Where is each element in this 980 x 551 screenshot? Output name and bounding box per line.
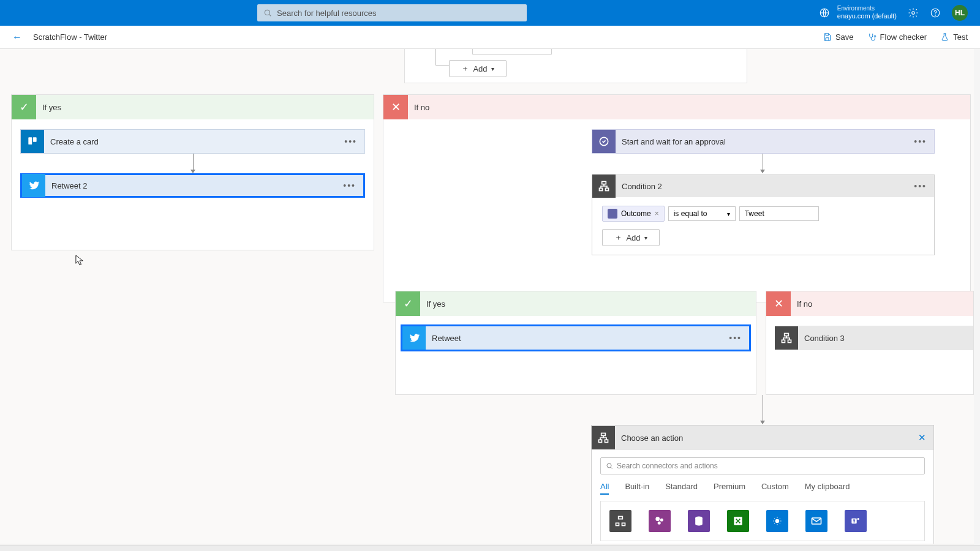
connector-search-placeholder: Search connectors and actions <box>617 462 718 470</box>
more-icon[interactable]: ••• <box>914 137 927 146</box>
operator-label: is equal to <box>674 209 707 218</box>
branch-header-yes[interactable]: ✓ If yes <box>396 291 756 316</box>
value-text: Tweet <box>745 209 764 218</box>
add-condition-button[interactable]: ＋ Add ▾ <box>449 60 507 77</box>
svg-rect-20 <box>616 523 619 525</box>
svg-rect-15 <box>601 433 606 436</box>
tab-standard[interactable]: Standard <box>665 482 698 495</box>
avatar[interactable]: HL <box>952 5 968 21</box>
svg-point-18 <box>607 463 611 468</box>
environment-name: enayu.com (default) <box>837 12 897 20</box>
svg-rect-12 <box>785 334 789 336</box>
condition-2-card[interactable]: Condition 2 ••• Outcome × is equal to ▾ … <box>592 174 935 255</box>
close-chooser-icon[interactable]: ✕ <box>918 432 926 443</box>
back-arrow-icon[interactable]: ← <box>12 32 22 43</box>
chevron-down-icon: ▾ <box>644 234 647 241</box>
svg-rect-19 <box>619 517 623 519</box>
flow-checker-button[interactable]: Flow checker <box>867 32 927 42</box>
branch-yes-label: If yes <box>426 299 445 309</box>
tab-all[interactable]: All <box>600 482 609 495</box>
twitter-icon <box>402 326 426 350</box>
svg-rect-16 <box>599 440 602 442</box>
svg-rect-11 <box>606 188 609 190</box>
branch-if-no-inner: ✕ If no Condition 3 <box>766 291 974 395</box>
svg-rect-7 <box>33 137 37 142</box>
help-icon[interactable] <box>930 7 941 18</box>
gear-icon[interactable] <box>908 7 919 18</box>
choose-action-panel: Choose an action ✕ Search connectors and… <box>591 425 934 544</box>
add-condition-row-button[interactable]: ＋ Add ▾ <box>602 229 660 246</box>
flow-checker-label: Flow checker <box>880 32 927 42</box>
condition-card-partial: ＋ Add ▾ <box>404 49 747 83</box>
add-label: Add <box>626 233 640 242</box>
branch-header-yes[interactable]: ✓ If yes <box>12 95 374 119</box>
connector-mail-icon[interactable] <box>805 510 827 532</box>
action-retweet-2[interactable]: Retweet 2 ••• <box>20 173 365 198</box>
value-input[interactable]: Tweet <box>739 206 819 221</box>
save-label: Save <box>835 32 854 42</box>
more-icon[interactable]: ••• <box>729 333 742 343</box>
condition-icon <box>775 326 798 350</box>
tab-built-in[interactable]: Built-in <box>625 482 649 495</box>
token-label: Outcome <box>621 209 651 218</box>
condition-icon <box>592 174 616 198</box>
save-button[interactable]: Save <box>823 32 854 42</box>
action-label: Create a card <box>50 137 99 146</box>
condition-token[interactable]: Outcome × <box>602 206 665 222</box>
connector-grid <box>600 501 925 541</box>
connector-teams-icon[interactable] <box>845 510 867 532</box>
stethoscope-icon <box>867 32 876 42</box>
svg-point-2 <box>912 12 915 15</box>
close-icon: ✕ <box>383 95 408 119</box>
tab-premium[interactable]: Premium <box>714 482 745 495</box>
action-create-card[interactable]: Create a card ••• <box>20 129 365 154</box>
svg-point-0 <box>265 10 270 15</box>
environment-icon <box>819 7 830 18</box>
condition-label: Condition 2 <box>622 182 662 191</box>
search-icon <box>606 462 613 470</box>
chevron-down-icon: ▾ <box>727 211 730 217</box>
tab-clipboard[interactable]: My clipboard <box>805 482 850 495</box>
chooser-title: Choose an action <box>621 433 683 443</box>
branch-header-no[interactable]: ✕ If no <box>383 95 970 119</box>
choose-action-header: Choose an action ✕ <box>592 425 933 450</box>
top-app-bar: Search for helpful resources Environment… <box>0 0 980 26</box>
svg-rect-14 <box>788 340 791 342</box>
value-box-partial <box>472 49 552 55</box>
connector <box>193 154 194 171</box>
save-icon <box>823 32 832 42</box>
more-icon[interactable]: ••• <box>914 181 927 191</box>
test-button[interactable]: Test <box>940 32 968 42</box>
more-icon[interactable]: ••• <box>343 181 356 190</box>
environment-picker[interactable]: Environments enayu.com (default) <box>837 5 897 20</box>
condition-3-card[interactable]: Condition 3 <box>775 326 973 350</box>
vertical-scrollbar[interactable] <box>974 49 980 545</box>
arrow-down-icon <box>760 170 765 173</box>
svg-rect-10 <box>600 188 603 190</box>
flow-title: ScratchFlow - Twitter <box>33 32 107 42</box>
tab-custom[interactable]: Custom <box>761 482 789 495</box>
horizontal-scrollbar[interactable] <box>0 545 980 551</box>
connector-search[interactable]: Search connectors and actions <box>600 457 925 474</box>
operator-select[interactable]: is equal to ▾ <box>668 206 736 221</box>
twitter-icon <box>22 174 45 197</box>
connector-onenote-icon[interactable] <box>688 510 710 532</box>
trello-icon <box>21 130 44 153</box>
search-placeholder: Search for helpful resources <box>277 9 377 18</box>
test-label: Test <box>953 32 968 42</box>
command-bar: ← ScratchFlow - Twitter Save Flow checke… <box>0 26 980 49</box>
branch-header-no[interactable]: ✕ If no <box>766 291 973 316</box>
connector-notification-icon[interactable] <box>766 510 788 532</box>
condition-body: Outcome × is equal to ▾ Tweet ＋ Add ▾ <box>592 197 934 255</box>
svg-rect-9 <box>602 182 606 184</box>
token-icon <box>608 209 617 219</box>
flow-canvas[interactable]: ＋ Add ▾ ✓ If yes Create a card ••• Retwe… <box>0 49 980 544</box>
action-approval[interactable]: Start and wait for an approval ••• <box>592 129 935 154</box>
more-icon[interactable]: ••• <box>344 137 357 146</box>
connector-sharepoint-icon[interactable] <box>649 510 671 532</box>
global-search[interactable]: Search for helpful resources <box>257 4 527 21</box>
connector-control-icon[interactable] <box>609 510 631 532</box>
connector-excel-icon[interactable] <box>727 510 749 532</box>
action-retweet[interactable]: Retweet ••• <box>401 324 751 351</box>
remove-token-icon[interactable]: × <box>655 209 659 218</box>
